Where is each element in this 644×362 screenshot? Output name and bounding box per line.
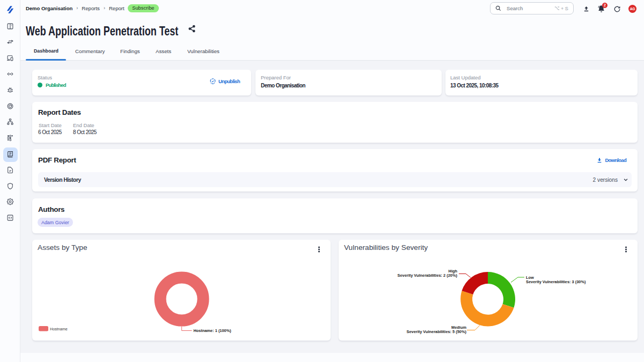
svg-text:Hostname: 1 (100%): Hostname: 1 (100%): [194, 328, 232, 333]
svg-text:Severity Vulnerabilities: 5 (5: Severity Vulnerabilities: 5 (50%): [407, 329, 467, 334]
svg-text:Severity Vulnerabilities: 3 (3: Severity Vulnerabilities: 3 (30%): [526, 279, 586, 284]
svg-text:Severity Vulnerabilities: 2 (2: Severity Vulnerabilities: 2 (20%): [398, 273, 458, 278]
svg-text:Hostname: Hostname: [50, 327, 68, 331]
